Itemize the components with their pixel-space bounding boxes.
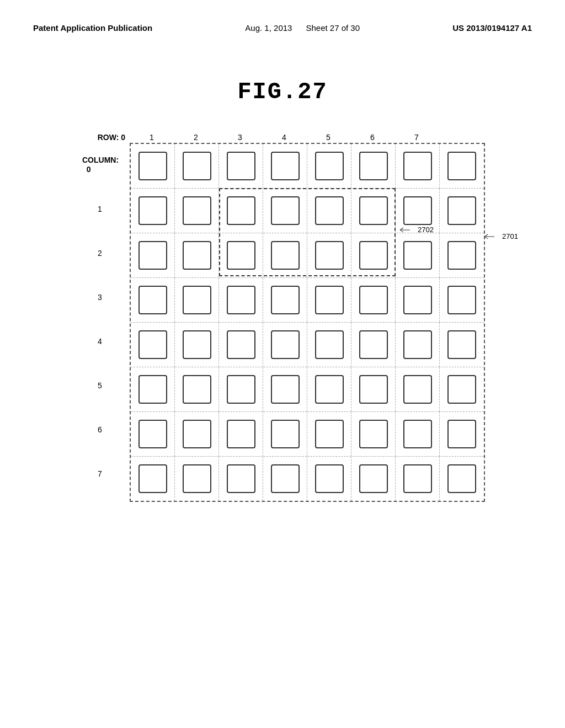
inner-sq <box>359 152 388 180</box>
cell-0-1 <box>175 144 219 188</box>
inner-sq <box>183 286 211 314</box>
cell-5-6 <box>396 367 440 411</box>
row-num-2: 2 <box>174 133 218 142</box>
row-num-3: 3 <box>218 133 262 142</box>
label-2701: 2701 <box>502 232 518 240</box>
inner-sq <box>403 286 432 314</box>
cell-0-0 <box>131 144 175 188</box>
cell-3-7 <box>440 278 484 322</box>
inner-sq <box>271 286 300 314</box>
inner-sq <box>138 196 167 225</box>
grid-row-5 <box>131 367 484 412</box>
inner-sq <box>271 152 300 180</box>
cell-1-7 <box>440 189 484 233</box>
grid-rows <box>131 144 484 501</box>
col-label-4: 4 <box>80 319 130 363</box>
row-num-7: 7 <box>395 133 439 142</box>
cell-6-3 <box>263 412 307 456</box>
inner-sq <box>271 375 300 404</box>
cell-5-2 <box>219 367 263 411</box>
sheet-label: Sheet 27 of 30 <box>306 23 360 33</box>
cell-2-1 <box>175 233 219 277</box>
cell-1-4 <box>307 189 351 233</box>
cell-7-5 <box>351 457 396 501</box>
inner-sq <box>315 286 344 314</box>
cell-0-7 <box>440 144 484 188</box>
cell-0-3 <box>263 144 307 188</box>
column-labels: COLUMN: 0 1 2 3 4 5 6 7 <box>80 143 130 502</box>
label-2702: 2702 <box>418 226 434 234</box>
cell-4-2 <box>219 323 263 367</box>
row-num-1: 1 <box>130 133 174 142</box>
col-label-6: 6 <box>80 408 130 452</box>
inner-sq <box>359 375 388 404</box>
cell-4-1 <box>175 323 219 367</box>
inner-sq <box>227 330 255 359</box>
publication-label: Patent Application Publication <box>33 23 152 33</box>
cell-2-0 <box>131 233 175 277</box>
inner-sq <box>315 375 344 404</box>
inner-sq <box>315 196 344 225</box>
inner-sq <box>138 420 167 448</box>
cell-4-5 <box>351 323 396 367</box>
inner-sq <box>227 420 255 448</box>
inner-sq <box>138 286 167 314</box>
figure-title: FIG.27 <box>0 79 565 105</box>
diagram-wrapper: ROW: 0 1 2 3 4 5 6 7 COLUMN: 0 1 2 3 4 <box>80 133 485 502</box>
cell-7-7 <box>440 457 484 501</box>
row-header-label: ROW: 0 <box>80 133 130 142</box>
grid-row-6 <box>131 412 484 457</box>
label-2701-annotation: 2701 <box>484 231 518 242</box>
inner-sq <box>315 152 344 180</box>
cell-3-6 <box>396 278 440 322</box>
inner-sq <box>403 464 432 493</box>
cell-7-3 <box>263 457 307 501</box>
grid-body: COLUMN: 0 1 2 3 4 5 6 7 <box>80 143 485 502</box>
col-label-5: 5 <box>80 363 130 408</box>
inner-sq <box>447 152 476 180</box>
cell-2-6 <box>396 233 440 277</box>
cell-5-0 <box>131 367 175 411</box>
inner-sq <box>359 286 388 314</box>
cell-0-4 <box>307 144 351 188</box>
inner-sq <box>447 464 476 493</box>
inner-sq <box>447 241 476 270</box>
inner-sq <box>138 464 167 493</box>
inner-sq <box>271 196 300 225</box>
inner-sq <box>138 152 167 180</box>
diagram-container: ROW: 0 1 2 3 4 5 6 7 COLUMN: 0 1 2 3 4 <box>0 133 565 502</box>
inner-sq <box>227 196 255 225</box>
cell-5-7 <box>440 367 484 411</box>
inner-sq <box>315 330 344 359</box>
cell-6-6 <box>396 412 440 456</box>
cell-1-0 <box>131 189 175 233</box>
cell-3-5 <box>351 278 396 322</box>
outer-border <box>130 143 485 502</box>
cell-7-2 <box>219 457 263 501</box>
cell-6-7 <box>440 412 484 456</box>
cell-2-2 <box>219 233 263 277</box>
cell-3-2 <box>219 278 263 322</box>
cell-1-5 <box>351 189 396 233</box>
header-center: Aug. 1, 2013 Sheet 27 of 30 <box>245 22 360 35</box>
inner-sq <box>183 152 211 180</box>
cell-4-7 <box>440 323 484 367</box>
inner-sq <box>403 196 432 225</box>
cell-4-4 <box>307 323 351 367</box>
cell-0-2 <box>219 144 263 188</box>
cell-5-1 <box>175 367 219 411</box>
grid-row-3 <box>131 278 484 323</box>
inner-sq <box>315 420 344 448</box>
inner-sq <box>271 330 300 359</box>
cell-5-5 <box>351 367 396 411</box>
cell-2-5 <box>351 233 396 277</box>
header-left: Patent Application Publication <box>33 22 152 35</box>
inner-sq <box>359 464 388 493</box>
cell-1-3 <box>263 189 307 233</box>
inner-sq <box>359 420 388 448</box>
label-2702-annotation: 2702 <box>400 224 434 235</box>
cell-6-5 <box>351 412 396 456</box>
col-label-2: 2 <box>80 231 130 275</box>
inner-sq <box>227 241 255 270</box>
inner-sq <box>447 375 476 404</box>
